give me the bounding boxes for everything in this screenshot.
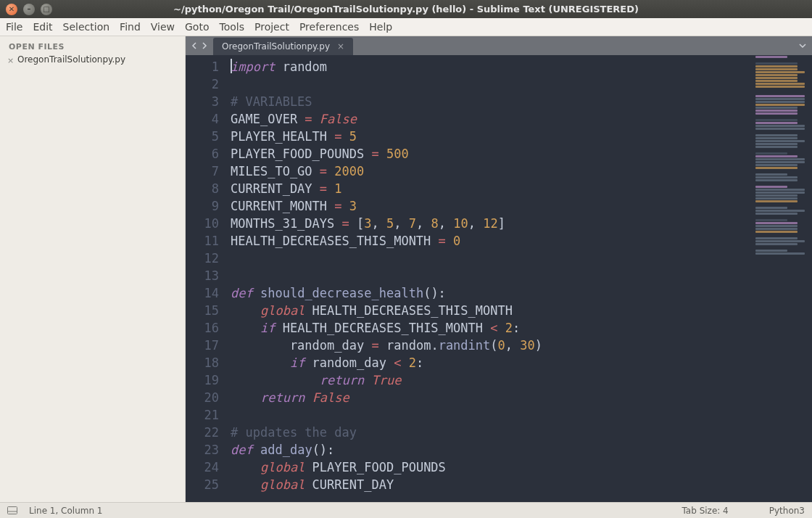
panel-switcher-icon[interactable] bbox=[7, 506, 17, 514]
tab-history-nav[interactable] bbox=[186, 36, 213, 55]
code-line[interactable]: # VARIABLES bbox=[231, 93, 751, 110]
menu-tools[interactable]: Tools bbox=[219, 21, 244, 33]
editor-pane: OregonTrailSolutionpy.py × 1234567891011… bbox=[186, 36, 812, 502]
tab-label: OregonTrailSolutionpy.py bbox=[222, 41, 330, 52]
line-number: 1 bbox=[186, 58, 219, 75]
line-number: 7 bbox=[186, 163, 219, 180]
status-tab-size[interactable]: Tab Size: 4 bbox=[682, 506, 729, 516]
maximize-icon[interactable]: □ bbox=[41, 4, 52, 15]
line-number: 14 bbox=[186, 284, 219, 302]
code-line[interactable] bbox=[231, 267, 751, 284]
line-number: 22 bbox=[186, 424, 219, 441]
title-bar: ✕ – □ ~/python/Oregon Trail/OregonTrailS… bbox=[0, 0, 812, 18]
code-line[interactable]: CURRENT_MONTH = 3 bbox=[231, 197, 751, 215]
sidebar-file-item[interactable]: × OregonTrailSolutionpy.py bbox=[0, 53, 185, 66]
window-title: ~/python/Oregon Trail/OregonTrailSolutio… bbox=[58, 4, 812, 15]
code-line[interactable]: def should_decrease_health(): bbox=[231, 284, 751, 302]
line-number: 8 bbox=[186, 180, 219, 197]
line-number: 21 bbox=[186, 406, 219, 424]
code-line[interactable]: MILES_TO_GO = 2000 bbox=[231, 163, 751, 180]
close-icon[interactable]: × bbox=[7, 56, 14, 65]
code-editor[interactable]: 1234567891011121314151617181920212223242… bbox=[186, 55, 812, 502]
menu-goto[interactable]: Goto bbox=[185, 21, 209, 33]
line-number: 6 bbox=[186, 145, 219, 163]
line-number: 19 bbox=[186, 371, 219, 389]
code-line[interactable]: PLAYER_FOOD_POUNDS = 500 bbox=[231, 145, 751, 163]
window-controls: ✕ – □ bbox=[0, 4, 58, 15]
code-area[interactable]: import random# VARIABLESGAME_OVER = Fals… bbox=[228, 55, 751, 502]
tab-overflow[interactable] bbox=[793, 36, 812, 55]
minimize-icon[interactable]: – bbox=[23, 4, 35, 15]
chevron-left-icon[interactable] bbox=[191, 42, 199, 49]
code-line[interactable]: GAME_OVER = False bbox=[231, 110, 751, 128]
line-number: 17 bbox=[186, 337, 219, 354]
code-line[interactable]: MONTHS_31_DAYS = [3, 5, 7, 8, 10, 12] bbox=[231, 215, 751, 232]
code-line[interactable]: return False bbox=[231, 389, 751, 406]
menu-project[interactable]: Project bbox=[254, 21, 289, 33]
menu-bar: File Edit Selection Find View Goto Tools… bbox=[0, 18, 812, 36]
status-syntax[interactable]: Python3 bbox=[769, 506, 805, 516]
close-icon[interactable]: ✕ bbox=[6, 4, 17, 15]
line-number: 9 bbox=[186, 197, 219, 215]
tab-bar: OregonTrailSolutionpy.py × bbox=[186, 36, 812, 55]
code-line[interactable]: random_day = random.randint(0, 30) bbox=[231, 337, 751, 354]
line-number: 5 bbox=[186, 128, 219, 145]
code-line[interactable] bbox=[231, 75, 751, 93]
line-number-gutter: 1234567891011121314151617181920212223242… bbox=[186, 55, 228, 502]
menu-view[interactable]: View bbox=[151, 21, 175, 33]
line-number: 24 bbox=[186, 459, 219, 476]
close-icon[interactable]: × bbox=[337, 41, 344, 52]
main-area: OPEN FILES × OregonTrailSolutionpy.py Or… bbox=[0, 36, 812, 502]
line-number: 18 bbox=[186, 354, 219, 371]
code-line[interactable]: global HEALTH_DECREASES_THIS_MONTH bbox=[231, 302, 751, 319]
line-number: 11 bbox=[186, 232, 219, 250]
status-position[interactable]: Line 1, Column 1 bbox=[29, 506, 103, 516]
code-line[interactable]: if HEALTH_DECREASES_THIS_MONTH < 2: bbox=[231, 319, 751, 337]
svg-rect-0 bbox=[8, 507, 17, 514]
minimap[interactable] bbox=[751, 55, 812, 502]
menu-edit[interactable]: Edit bbox=[33, 21, 52, 33]
line-number: 16 bbox=[186, 319, 219, 337]
code-line[interactable] bbox=[231, 406, 751, 424]
chevron-right-icon[interactable] bbox=[200, 42, 207, 49]
status-bar: Line 1, Column 1 Tab Size: 4 Python3 bbox=[0, 502, 812, 518]
chevron-down-icon bbox=[799, 42, 806, 49]
line-number: 13 bbox=[186, 267, 219, 284]
line-number: 3 bbox=[186, 93, 219, 110]
code-line[interactable]: import random bbox=[231, 58, 751, 75]
menu-file[interactable]: File bbox=[6, 21, 22, 33]
line-number: 4 bbox=[186, 110, 219, 128]
code-line[interactable]: # updates the day bbox=[231, 424, 751, 441]
line-number: 10 bbox=[186, 215, 219, 232]
line-number: 23 bbox=[186, 441, 219, 459]
code-line[interactable]: HEALTH_DECREASES_THIS_MONTH = 0 bbox=[231, 232, 751, 250]
code-line[interactable]: def add_day(): bbox=[231, 441, 751, 459]
line-number: 12 bbox=[186, 250, 219, 267]
tab-active[interactable]: OregonTrailSolutionpy.py × bbox=[213, 38, 353, 55]
line-number: 2 bbox=[186, 75, 219, 93]
menu-find[interactable]: Find bbox=[120, 21, 141, 33]
line-number: 15 bbox=[186, 302, 219, 319]
line-number: 20 bbox=[186, 389, 219, 406]
code-line[interactable]: if random_day < 2: bbox=[231, 354, 751, 371]
code-line[interactable]: global CURRENT_DAY bbox=[231, 476, 751, 493]
sidebar-heading-open-files: OPEN FILES bbox=[0, 41, 185, 53]
menu-help[interactable]: Help bbox=[369, 21, 392, 33]
code-line[interactable] bbox=[231, 250, 751, 267]
sidebar-file-label: OregonTrailSolutionpy.py bbox=[17, 54, 125, 65]
menu-selection[interactable]: Selection bbox=[63, 21, 110, 33]
sidebar: OPEN FILES × OregonTrailSolutionpy.py bbox=[0, 36, 186, 502]
code-line[interactable]: global PLAYER_FOOD_POUNDS bbox=[231, 459, 751, 476]
menu-preferences[interactable]: Preferences bbox=[299, 21, 359, 33]
code-line[interactable]: PLAYER_HEALTH = 5 bbox=[231, 128, 751, 145]
line-number: 25 bbox=[186, 476, 219, 493]
code-line[interactable]: CURRENT_DAY = 1 bbox=[231, 180, 751, 197]
code-line[interactable]: return True bbox=[231, 371, 751, 389]
